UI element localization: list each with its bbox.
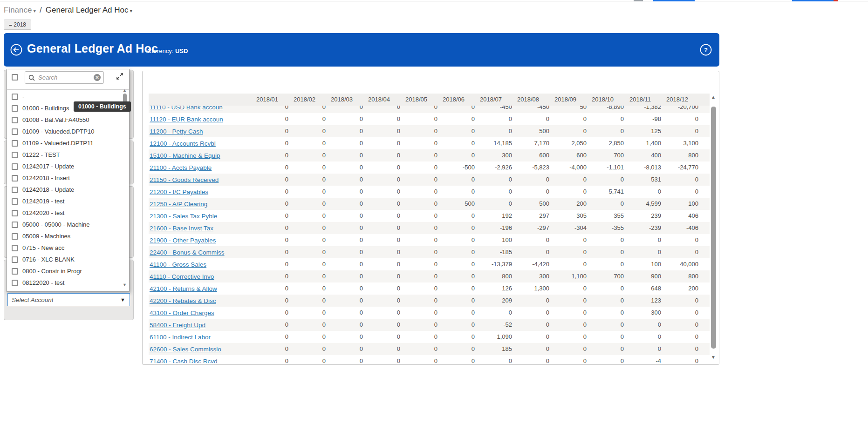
value-cell: 0 (365, 106, 402, 113)
list-item[interactable]: 01242019 - test (7, 195, 121, 207)
account-link[interactable]: 11120 - EUR Bank accoun (150, 116, 223, 123)
item-checkbox[interactable] (12, 245, 18, 251)
value-cell: 0 (402, 295, 439, 307)
item-checkbox[interactable] (12, 222, 18, 228)
value-cell: 0 (290, 198, 328, 210)
clear-search-icon[interactable]: ✕ (94, 74, 101, 81)
select-account-placeholder: Select Account (8, 296, 120, 303)
table-row: 21900 - Other Payables00000010000000 (149, 234, 710, 246)
list-item[interactable]: 01009 - Valueded.DPTP10 (7, 126, 121, 137)
list-item[interactable]: 0800 - Constr in Progr (7, 265, 121, 277)
value-cell: -450 (477, 106, 514, 113)
account-link[interactable]: 42200 - Rebates & Disc (150, 297, 216, 304)
value-cell: 125 (626, 125, 663, 137)
item-checkbox[interactable] (12, 163, 18, 170)
account-link[interactable]: 12100 - Accounts Rcvbl (150, 140, 216, 147)
account-link[interactable]: 21600 - Base Invst Tax (150, 225, 213, 232)
value-cell: 0 (626, 246, 663, 258)
value-cell: 400 (626, 149, 663, 161)
value-cell: 0 (663, 331, 700, 343)
breadcrumb-page[interactable]: General Ledger Ad Hoc▾ (46, 6, 132, 15)
item-checkbox[interactable] (12, 105, 18, 112)
account-link[interactable]: 43100 - Order Charges (150, 309, 214, 316)
select-all-checkbox[interactable] (12, 74, 18, 81)
account-link[interactable]: 71400 - Cash Disc Rcvd (150, 358, 218, 363)
item-checkbox[interactable] (12, 140, 18, 147)
account-link[interactable]: 21250 - A/P Clearing (150, 201, 207, 208)
expand-icon[interactable] (116, 73, 123, 80)
value-cell: 0 (477, 125, 514, 137)
value-cell: 239 (626, 210, 663, 222)
breadcrumb-section[interactable]: Finance▾ (4, 6, 36, 15)
item-checkbox[interactable] (12, 94, 18, 100)
list-item[interactable]: 0715 - New acc (7, 242, 121, 254)
item-checkbox[interactable] (12, 128, 18, 135)
account-link[interactable]: 42100 - Returns & Allow (150, 285, 217, 292)
year-filter-chip[interactable]: = 2018 (4, 20, 31, 30)
list-item[interactable]: 01109 - Valueded.DPTP11 (7, 137, 121, 149)
list-item[interactable]: 0716 - XLC BLANK (7, 254, 121, 265)
value-cell: 0 (588, 331, 626, 343)
table-scroll-down-icon[interactable]: ▼ (711, 355, 716, 360)
item-checkbox[interactable] (12, 233, 18, 240)
list-item[interactable]: 05000 - 05000 - Machine (7, 219, 121, 230)
list-item[interactable]: 01222 - TEST (7, 149, 121, 161)
account-link[interactable]: 61100 - Indirect Labor (150, 334, 211, 341)
list-scroll-up-icon[interactable]: ▲ (123, 88, 127, 93)
table-scroll-up-icon[interactable]: ▲ (711, 94, 716, 100)
list-item[interactable]: 01242020 - test (7, 207, 121, 219)
list-item[interactable]: 01242017 - Update (7, 161, 121, 172)
item-checkbox[interactable] (12, 210, 18, 216)
account-link[interactable]: 21200 - I/C Payables (150, 188, 208, 195)
list-item[interactable]: - (7, 91, 121, 102)
select-account-dropdown[interactable]: Select Account ▼ (7, 293, 130, 306)
item-checkbox[interactable] (12, 187, 18, 193)
item-checkbox[interactable] (12, 268, 18, 275)
month-header: 2018/11 (626, 94, 663, 106)
item-checkbox[interactable] (12, 117, 18, 123)
account-link[interactable]: 11200 - Petty Cash (150, 128, 203, 135)
item-checkbox[interactable] (12, 256, 18, 263)
list-item[interactable]: 01242018 - Update (7, 184, 121, 195)
account-link[interactable]: 62600 - Sales Commissio (150, 346, 221, 353)
back-button[interactable] (10, 44, 22, 56)
item-checkbox[interactable] (12, 280, 18, 286)
account-cell: 21100 - Accts Payable (149, 161, 253, 174)
value-cell: 700 (588, 270, 626, 282)
account-link[interactable]: 21900 - Other Payables (150, 237, 216, 244)
list-item[interactable]: 05009 - Machines (7, 230, 121, 242)
account-link[interactable]: 21300 - Sales Tax Pyble (150, 213, 217, 220)
account-link[interactable]: 11110 - USD Bank accoun (150, 106, 223, 111)
month-header: 2018/03 (328, 94, 365, 106)
item-checkbox[interactable] (12, 152, 18, 158)
value-cell: 0 (514, 174, 551, 186)
list-scroll-down-icon[interactable]: ▼ (123, 282, 127, 287)
account-link[interactable]: 41110 - Corrective Invo (150, 273, 214, 280)
value-cell: 0 (439, 270, 477, 282)
table-row: 58400 - Freight Upd000000-5200000 (149, 319, 710, 331)
value-cell: 0 (439, 343, 477, 355)
account-link[interactable]: 22400 - Bonus & Commiss (150, 249, 225, 256)
account-link[interactable]: 21100 - Accts Payable (150, 164, 212, 171)
account-link[interactable]: 58400 - Freight Upd (150, 322, 205, 329)
account-link[interactable]: 21150 - Goods Received (150, 176, 219, 183)
list-item[interactable]: 08122020 - test (7, 277, 121, 289)
list-item[interactable]: 01242018 - Insert (7, 172, 121, 184)
table-row: 41110 - Corrective Invo0000008003001,100… (149, 270, 710, 282)
value-cell: 500 (514, 198, 551, 210)
value-cell: 0 (439, 307, 477, 319)
search-input[interactable] (37, 74, 94, 81)
item-checkbox[interactable] (12, 198, 18, 205)
table-scrollbar-thumb[interactable] (711, 107, 716, 349)
value-cell: 0 (402, 113, 439, 125)
value-cell: 0 (514, 343, 551, 355)
value-cell: 0 (253, 198, 290, 210)
list-item[interactable]: 01008 - Bal.Val.FA40550 (7, 114, 121, 126)
item-checkbox[interactable] (12, 175, 18, 182)
value-cell: 600 (551, 149, 588, 161)
account-link[interactable]: 15100 - Machine & Equip (150, 152, 220, 159)
help-button[interactable]: ? (700, 44, 712, 56)
account-link[interactable]: 41100 - Gross Sales (150, 261, 206, 268)
value-cell: 0 (365, 307, 402, 319)
value-cell: 0 (439, 106, 477, 113)
